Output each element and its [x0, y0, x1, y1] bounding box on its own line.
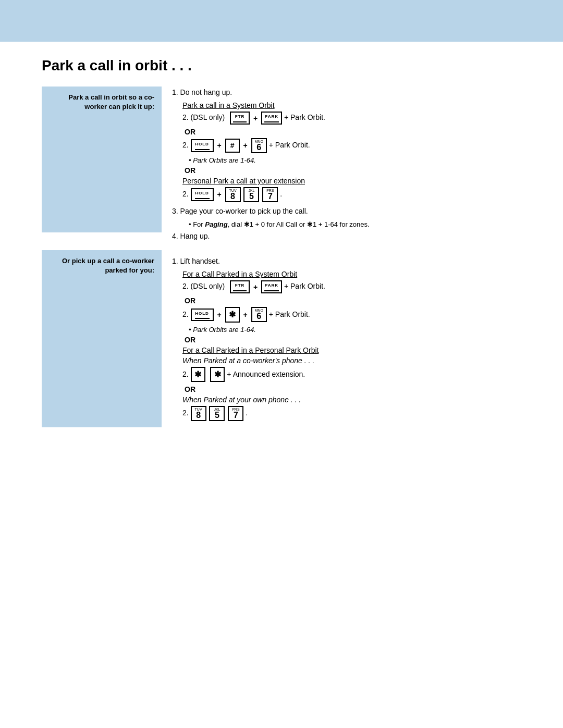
header-band — [0, 0, 563, 42]
s2-or-label-3: OR — [185, 385, 521, 393]
page-container: Park a call in orbit . . . Park a call i… — [0, 0, 563, 728]
step4-line: 4. Hang up. — [172, 230, 521, 242]
prs7-key: PRS 7 — [262, 187, 278, 202]
park-key: PARK — [261, 112, 282, 125]
right-column: 1. Do not hang up. Park a call in a Syst… — [162, 87, 521, 429]
step2b-hold: 2. HOLD + # + MNO 6 + Park O — [182, 138, 521, 153]
s2-step2c: 2. ✱ ✱ + Announced extension. — [182, 367, 521, 382]
personal-park-label: Personal Park a call at your extension — [182, 177, 521, 185]
s2-ftr-key: FTR — [230, 280, 250, 293]
s2-own-phone: When Parked at your own phone . . . — [182, 396, 521, 404]
s2-step1-line: 1. Lift handset. — [172, 255, 521, 267]
s2-personal-park-label: For a Call Parked in a Personal Park Orb… — [182, 346, 521, 354]
two-col-layout: Park a call in orbit so a co-worker can … — [42, 87, 521, 429]
s2-star-key-1: ✱ — [191, 367, 205, 382]
ftr-key: FTR — [230, 112, 250, 125]
bullet-paging: • For Paging, dial ✱1 + 0 for All Call o… — [189, 220, 521, 228]
main-title: Park a call in orbit . . . — [42, 57, 521, 74]
s2-coworker-phone: When Parked at a co-worker's phone . . . — [182, 356, 521, 365]
step1-line: 1. Do not hang up. — [172, 87, 521, 98]
s2-park-key: PARK — [261, 280, 282, 293]
step2-personal: 2. HOLD + TUV 8 JKL 5 — [182, 187, 521, 202]
s2-or-label-1: OR — [185, 297, 521, 305]
hash-key: # — [225, 139, 240, 152]
step3-line: 3. Page your co-worker to pick up the ca… — [172, 205, 521, 217]
bullet-park-orbits-1: • Park Orbits are 1-64. — [189, 156, 521, 164]
hold-key-2: HOLD — [191, 188, 214, 201]
or-label-1: OR — [185, 128, 521, 136]
mno6-key: MNO 6 — [251, 138, 267, 153]
or-label-2: OR — [185, 166, 521, 175]
jkl5-key: JKL 5 — [243, 187, 259, 202]
s2-mno6-key: MNO 6 — [251, 307, 267, 322]
step2-dsl: 2. (DSL only) FTR + PARK + Park Orbit. — [182, 112, 521, 125]
tuv8-key: TUV 8 — [225, 187, 241, 202]
s2-step2b: 2. HOLD + ✱ + MNO 6 + Park Orbit. — [182, 307, 521, 323]
s2-or-label-2: OR — [185, 336, 521, 344]
s2-prs7-key: PRS 7 — [228, 406, 243, 421]
system-orbit-label: Park a call in a System Orbit — [182, 101, 521, 109]
left-column: Park a call in orbit so a co-worker can … — [42, 87, 162, 429]
section1-label: Park a call in orbit so a co-worker can … — [42, 87, 162, 232]
s2-star-key: ✱ — [225, 307, 240, 323]
content-area: Park a call in orbit . . . Park a call i… — [0, 42, 563, 461]
s2-star-key-2: ✱ — [210, 367, 225, 382]
section2-label: Or pick up a call a co-worker parked for… — [42, 250, 162, 427]
s2-jkl5-key: JKL 5 — [209, 406, 225, 421]
s2-bullet-park-orbits: • Park Orbits are 1-64. — [189, 326, 521, 334]
s2-system-orbit-label: For a Call Parked in a System Orbit — [182, 270, 521, 278]
hold-key: HOLD — [191, 139, 214, 152]
s2-step2-dsl: 2. (DSL only) FTR + PARK + Park Orbit. — [182, 280, 521, 293]
s2-tuv8-key: TUV 8 — [191, 406, 206, 421]
s2-step2d: 2. TUV 8 JKL 5 PRS 7 . — [182, 406, 521, 421]
s2-hold-key: HOLD — [191, 309, 214, 322]
